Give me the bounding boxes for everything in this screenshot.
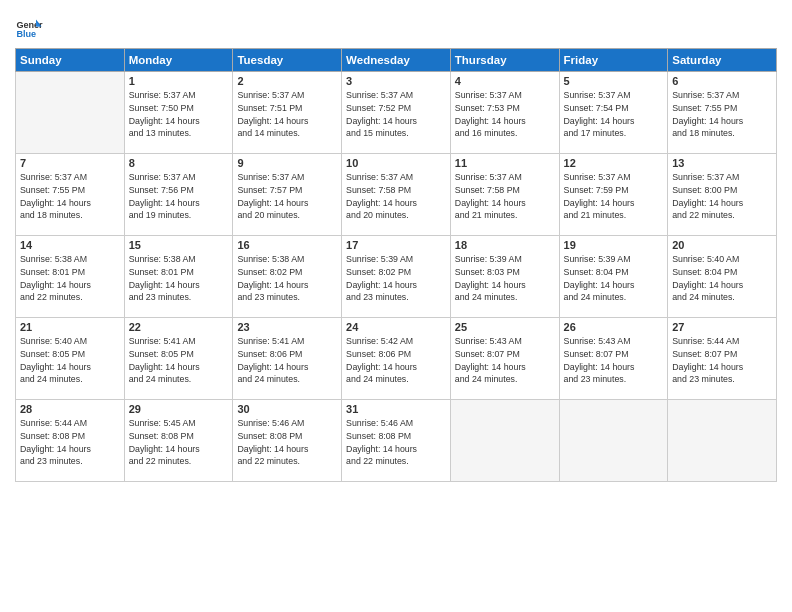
day-cell xyxy=(559,400,668,482)
day-cell: 25Sunrise: 5:43 AMSunset: 8:07 PMDayligh… xyxy=(450,318,559,400)
day-cell: 8Sunrise: 5:37 AMSunset: 7:56 PMDaylight… xyxy=(124,154,233,236)
day-cell: 18Sunrise: 5:39 AMSunset: 8:03 PMDayligh… xyxy=(450,236,559,318)
week-row-3: 21Sunrise: 5:40 AMSunset: 8:05 PMDayligh… xyxy=(16,318,777,400)
day-cell: 14Sunrise: 5:38 AMSunset: 8:01 PMDayligh… xyxy=(16,236,125,318)
day-number: 18 xyxy=(455,239,555,251)
day-cell: 10Sunrise: 5:37 AMSunset: 7:58 PMDayligh… xyxy=(342,154,451,236)
day-info: Sunrise: 5:43 AMSunset: 8:07 PMDaylight:… xyxy=(455,335,555,386)
day-info: Sunrise: 5:38 AMSunset: 8:02 PMDaylight:… xyxy=(237,253,337,304)
day-info: Sunrise: 5:45 AMSunset: 8:08 PMDaylight:… xyxy=(129,417,229,468)
day-number: 24 xyxy=(346,321,446,333)
day-number: 4 xyxy=(455,75,555,87)
day-cell: 27Sunrise: 5:44 AMSunset: 8:07 PMDayligh… xyxy=(668,318,777,400)
weekday-header-thursday: Thursday xyxy=(450,49,559,72)
day-info: Sunrise: 5:40 AMSunset: 8:04 PMDaylight:… xyxy=(672,253,772,304)
day-info: Sunrise: 5:37 AMSunset: 7:53 PMDaylight:… xyxy=(455,89,555,140)
day-number: 26 xyxy=(564,321,664,333)
day-info: Sunrise: 5:37 AMSunset: 7:58 PMDaylight:… xyxy=(346,171,446,222)
weekday-header-saturday: Saturday xyxy=(668,49,777,72)
day-info: Sunrise: 5:41 AMSunset: 8:06 PMDaylight:… xyxy=(237,335,337,386)
day-number: 30 xyxy=(237,403,337,415)
day-number: 25 xyxy=(455,321,555,333)
day-number: 8 xyxy=(129,157,229,169)
header: General Blue xyxy=(15,10,777,42)
day-cell: 24Sunrise: 5:42 AMSunset: 8:06 PMDayligh… xyxy=(342,318,451,400)
day-info: Sunrise: 5:37 AMSunset: 7:55 PMDaylight:… xyxy=(20,171,120,222)
day-number: 17 xyxy=(346,239,446,251)
day-cell: 13Sunrise: 5:37 AMSunset: 8:00 PMDayligh… xyxy=(668,154,777,236)
day-number: 11 xyxy=(455,157,555,169)
week-row-1: 7Sunrise: 5:37 AMSunset: 7:55 PMDaylight… xyxy=(16,154,777,236)
day-cell: 3Sunrise: 5:37 AMSunset: 7:52 PMDaylight… xyxy=(342,72,451,154)
day-cell xyxy=(16,72,125,154)
day-number: 29 xyxy=(129,403,229,415)
day-number: 16 xyxy=(237,239,337,251)
day-number: 3 xyxy=(346,75,446,87)
day-number: 31 xyxy=(346,403,446,415)
weekday-header-friday: Friday xyxy=(559,49,668,72)
day-cell: 28Sunrise: 5:44 AMSunset: 8:08 PMDayligh… xyxy=(16,400,125,482)
day-number: 27 xyxy=(672,321,772,333)
day-info: Sunrise: 5:42 AMSunset: 8:06 PMDaylight:… xyxy=(346,335,446,386)
weekday-header-wednesday: Wednesday xyxy=(342,49,451,72)
day-cell: 4Sunrise: 5:37 AMSunset: 7:53 PMDaylight… xyxy=(450,72,559,154)
day-number: 7 xyxy=(20,157,120,169)
day-cell: 23Sunrise: 5:41 AMSunset: 8:06 PMDayligh… xyxy=(233,318,342,400)
day-number: 14 xyxy=(20,239,120,251)
weekday-header-row: SundayMondayTuesdayWednesdayThursdayFrid… xyxy=(16,49,777,72)
day-number: 2 xyxy=(237,75,337,87)
day-info: Sunrise: 5:37 AMSunset: 7:59 PMDaylight:… xyxy=(564,171,664,222)
day-info: Sunrise: 5:37 AMSunset: 7:54 PMDaylight:… xyxy=(564,89,664,140)
day-cell: 6Sunrise: 5:37 AMSunset: 7:55 PMDaylight… xyxy=(668,72,777,154)
day-info: Sunrise: 5:39 AMSunset: 8:03 PMDaylight:… xyxy=(455,253,555,304)
day-cell: 17Sunrise: 5:39 AMSunset: 8:02 PMDayligh… xyxy=(342,236,451,318)
weekday-header-tuesday: Tuesday xyxy=(233,49,342,72)
day-number: 21 xyxy=(20,321,120,333)
day-number: 10 xyxy=(346,157,446,169)
day-cell: 12Sunrise: 5:37 AMSunset: 7:59 PMDayligh… xyxy=(559,154,668,236)
day-cell: 22Sunrise: 5:41 AMSunset: 8:05 PMDayligh… xyxy=(124,318,233,400)
day-number: 1 xyxy=(129,75,229,87)
day-cell: 11Sunrise: 5:37 AMSunset: 7:58 PMDayligh… xyxy=(450,154,559,236)
calendar-table: SundayMondayTuesdayWednesdayThursdayFrid… xyxy=(15,48,777,482)
day-info: Sunrise: 5:38 AMSunset: 8:01 PMDaylight:… xyxy=(129,253,229,304)
day-info: Sunrise: 5:43 AMSunset: 8:07 PMDaylight:… xyxy=(564,335,664,386)
day-number: 19 xyxy=(564,239,664,251)
day-info: Sunrise: 5:37 AMSunset: 7:52 PMDaylight:… xyxy=(346,89,446,140)
day-cell: 29Sunrise: 5:45 AMSunset: 8:08 PMDayligh… xyxy=(124,400,233,482)
day-cell: 21Sunrise: 5:40 AMSunset: 8:05 PMDayligh… xyxy=(16,318,125,400)
weekday-header-sunday: Sunday xyxy=(16,49,125,72)
week-row-2: 14Sunrise: 5:38 AMSunset: 8:01 PMDayligh… xyxy=(16,236,777,318)
logo-icon: General Blue xyxy=(15,14,43,42)
day-number: 28 xyxy=(20,403,120,415)
day-info: Sunrise: 5:46 AMSunset: 8:08 PMDaylight:… xyxy=(237,417,337,468)
day-cell xyxy=(450,400,559,482)
day-number: 15 xyxy=(129,239,229,251)
day-info: Sunrise: 5:37 AMSunset: 7:58 PMDaylight:… xyxy=(455,171,555,222)
day-cell: 30Sunrise: 5:46 AMSunset: 8:08 PMDayligh… xyxy=(233,400,342,482)
day-number: 9 xyxy=(237,157,337,169)
day-cell: 31Sunrise: 5:46 AMSunset: 8:08 PMDayligh… xyxy=(342,400,451,482)
day-cell: 15Sunrise: 5:38 AMSunset: 8:01 PMDayligh… xyxy=(124,236,233,318)
day-cell: 7Sunrise: 5:37 AMSunset: 7:55 PMDaylight… xyxy=(16,154,125,236)
day-cell xyxy=(668,400,777,482)
day-info: Sunrise: 5:37 AMSunset: 7:56 PMDaylight:… xyxy=(129,171,229,222)
day-cell: 16Sunrise: 5:38 AMSunset: 8:02 PMDayligh… xyxy=(233,236,342,318)
day-number: 20 xyxy=(672,239,772,251)
day-cell: 19Sunrise: 5:39 AMSunset: 8:04 PMDayligh… xyxy=(559,236,668,318)
day-cell: 26Sunrise: 5:43 AMSunset: 8:07 PMDayligh… xyxy=(559,318,668,400)
day-cell: 1Sunrise: 5:37 AMSunset: 7:50 PMDaylight… xyxy=(124,72,233,154)
day-info: Sunrise: 5:38 AMSunset: 8:01 PMDaylight:… xyxy=(20,253,120,304)
week-row-4: 28Sunrise: 5:44 AMSunset: 8:08 PMDayligh… xyxy=(16,400,777,482)
day-number: 22 xyxy=(129,321,229,333)
day-info: Sunrise: 5:37 AMSunset: 7:57 PMDaylight:… xyxy=(237,171,337,222)
day-info: Sunrise: 5:37 AMSunset: 8:00 PMDaylight:… xyxy=(672,171,772,222)
day-cell: 9Sunrise: 5:37 AMSunset: 7:57 PMDaylight… xyxy=(233,154,342,236)
day-info: Sunrise: 5:44 AMSunset: 8:07 PMDaylight:… xyxy=(672,335,772,386)
svg-text:Blue: Blue xyxy=(16,29,36,39)
day-number: 5 xyxy=(564,75,664,87)
day-info: Sunrise: 5:37 AMSunset: 7:55 PMDaylight:… xyxy=(672,89,772,140)
day-info: Sunrise: 5:41 AMSunset: 8:05 PMDaylight:… xyxy=(129,335,229,386)
day-number: 6 xyxy=(672,75,772,87)
day-cell: 5Sunrise: 5:37 AMSunset: 7:54 PMDaylight… xyxy=(559,72,668,154)
